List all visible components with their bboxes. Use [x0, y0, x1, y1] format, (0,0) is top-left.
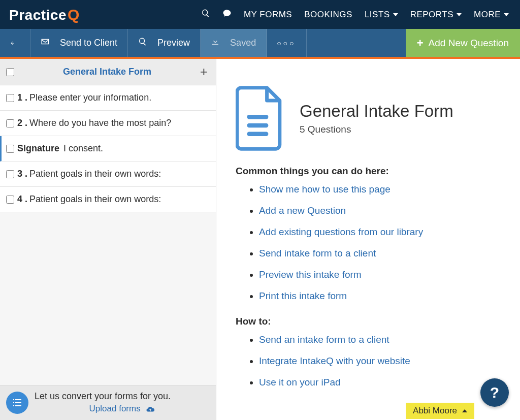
howto-link[interactable]: Integrate IntakeQ with your website: [259, 356, 410, 366]
common-action-item: Add a new Question: [259, 205, 501, 216]
svg-rect-1: [247, 123, 268, 127]
form-title-link[interactable]: General Intake Form: [16, 67, 198, 77]
saved-indicator: Saved: [201, 29, 267, 57]
brand-accent-letter: Q: [68, 6, 80, 23]
editor-toolbar: Send to Client Preview Saved ○○○ + Add N…: [0, 29, 520, 59]
magnifier-icon: [138, 37, 152, 49]
question-text: Patient goals in their own words:: [29, 169, 161, 179]
question-text: Patient goals in their own words:: [29, 194, 161, 205]
howto-item: Send an intake form to a client: [259, 334, 501, 345]
common-action-link[interactable]: Add existing questions from our library: [259, 227, 423, 237]
add-question-icon[interactable]: +: [198, 64, 210, 80]
question-text: Please enter your information.: [29, 92, 151, 103]
common-action-item: Show me how to use this page: [259, 184, 501, 195]
user-menu-chip[interactable]: Abbi Moore: [406, 403, 474, 419]
search-icon[interactable]: [195, 9, 216, 20]
user-name: Abbi Moore: [413, 406, 457, 416]
common-action-link[interactable]: Preview this intake form: [259, 269, 362, 280]
common-action-link[interactable]: Add a new Question: [259, 205, 346, 216]
top-nav: PracticeQ MY FORMSBOOKINGSLISTSREPORTSMO…: [0, 0, 520, 29]
question-checkbox[interactable]: [6, 94, 14, 102]
common-action-link[interactable]: Print this intake form: [259, 290, 347, 301]
caret-down-icon: [393, 13, 398, 16]
howto-item: Use it on your iPad: [259, 377, 501, 388]
checklist-icon: [6, 392, 28, 414]
common-action-item: Add existing questions from our library: [259, 227, 501, 238]
form-detail-pane: General Intake Form 5 Questions Common t…: [216, 59, 520, 420]
nav-item-bookings[interactable]: BOOKINGS: [298, 10, 359, 20]
plus-icon: +: [417, 37, 424, 50]
common-action-link[interactable]: Send intake form to a client: [259, 248, 376, 259]
form-header-row: General Intake Form +: [0, 59, 216, 85]
nav-item-my-forms[interactable]: MY FORMS: [238, 10, 298, 20]
preview-label: Preview: [157, 38, 190, 48]
question-number: 2 .: [17, 118, 27, 128]
nav-item-more[interactable]: MORE: [468, 10, 515, 20]
common-action-item: Send intake form to a client: [259, 248, 501, 259]
svg-rect-0: [247, 115, 268, 119]
question-checkbox[interactable]: [6, 145, 14, 153]
common-action-link[interactable]: Show me how to use this page: [259, 184, 391, 195]
add-new-question-button[interactable]: + Add New Question: [406, 29, 520, 57]
question-checkbox[interactable]: [6, 170, 14, 178]
common-actions-heading: Common things you can do here:: [236, 166, 501, 177]
document-icon: [236, 85, 285, 151]
question-row[interactable]: 4 . Patient goals in their own words:: [0, 187, 216, 212]
upload-forms-link[interactable]: Upload forms: [35, 404, 210, 414]
preview-button[interactable]: Preview: [128, 29, 201, 57]
help-button[interactable]: ?: [480, 378, 509, 407]
question-text: I consent.: [63, 143, 103, 154]
send-to-client-button[interactable]: Send to Client: [30, 29, 128, 57]
caret-down-icon: [457, 13, 462, 16]
question-row[interactable]: 2 . Where do you have the most pain?: [0, 111, 216, 136]
common-action-item: Print this intake form: [259, 290, 501, 302]
howto-heading: How to:: [236, 316, 501, 327]
download-icon: [211, 37, 225, 49]
question-row[interactable]: Signature I consent.: [0, 136, 216, 161]
more-actions-button[interactable]: ○○○: [267, 29, 306, 57]
saved-label: Saved: [230, 38, 256, 48]
caret-down-icon: [504, 13, 509, 16]
select-all-checkbox[interactable]: [6, 68, 14, 76]
signature-label: Signature: [17, 143, 59, 154]
cloud-upload-icon: [146, 404, 155, 413]
nav-item-reports[interactable]: REPORTS: [404, 10, 468, 20]
common-action-item: Preview this intake form: [259, 269, 501, 280]
back-button[interactable]: [0, 29, 30, 57]
brand-name: Practice: [9, 7, 67, 23]
send-to-client-label: Send to Client: [60, 38, 117, 48]
howto-item: Integrate IntakeQ with your website: [259, 356, 501, 367]
nav-item-lists[interactable]: LISTS: [359, 10, 404, 20]
add-new-question-label: Add New Question: [429, 38, 509, 49]
howto-link[interactable]: Use it on your iPad: [259, 377, 341, 387]
promo-text: Let us convert your forms for you.: [35, 391, 210, 402]
messages-icon[interactable]: [216, 9, 238, 20]
question-row[interactable]: 1 . Please enter your information.: [0, 85, 216, 111]
caret-up-icon: [462, 409, 467, 412]
question-list-pane: General Intake Form + 1 . Please enter y…: [0, 59, 216, 420]
svg-rect-2: [247, 132, 268, 136]
question-number: 1 .: [17, 92, 27, 103]
question-number: 4 .: [17, 194, 27, 205]
question-row[interactable]: 3 . Patient goals in their own words:: [0, 161, 216, 187]
brand-logo[interactable]: PracticeQ: [9, 6, 80, 23]
question-checkbox[interactable]: [6, 119, 14, 127]
question-number: 3 .: [17, 169, 27, 179]
howto-link[interactable]: Send an intake form to a client: [259, 334, 389, 345]
envelope-icon: [41, 37, 55, 49]
page-title: General Intake Form: [300, 102, 453, 121]
question-checkbox[interactable]: [6, 196, 14, 204]
question-count: 5 Questions: [300, 124, 453, 135]
convert-forms-promo: Let us convert your forms for you. Uploa…: [0, 385, 216, 420]
question-text: Where do you have the most pain?: [29, 118, 171, 128]
